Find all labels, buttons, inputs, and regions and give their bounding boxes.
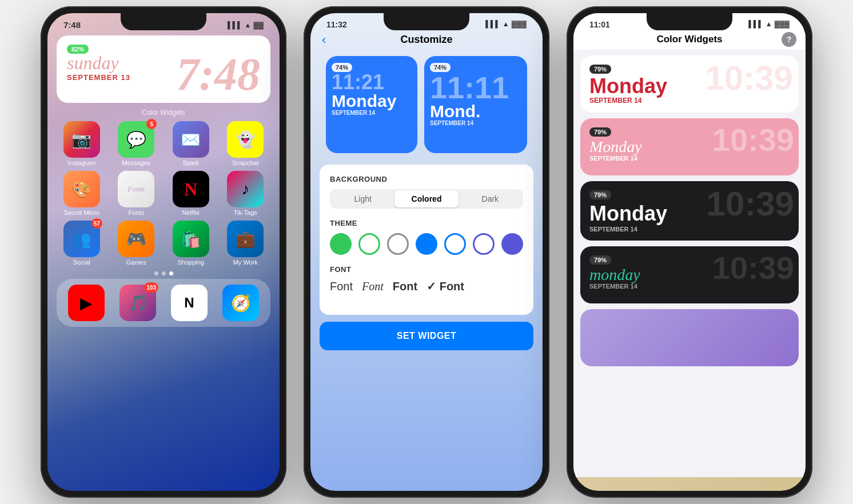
- dot-1: [154, 271, 158, 275]
- status-time-3: 11:01: [589, 20, 610, 29]
- theme-purple-solid[interactable]: [501, 233, 523, 255]
- app-label-social: Social: [73, 259, 90, 266]
- battery-icon: ▓▓: [254, 21, 264, 29]
- app-instagram[interactable]: 📷 Instagram: [57, 121, 107, 166]
- app-label-netflix: Netflix: [182, 209, 200, 216]
- dot-2: [162, 271, 166, 275]
- phone-1: 7:48 ▌▌▌ ▲ ▓▓ 82% sunday SEPTEMBER 13 7:…: [41, 6, 286, 498]
- app-label-secretmenu: Secret Menu: [64, 209, 99, 216]
- wcard-time-bg-4: 10:39: [712, 252, 794, 284]
- app-secretmenu[interactable]: 🎨 Secret Menu: [57, 171, 107, 216]
- wcard-4[interactable]: 79% 10:39 monday SEPTEMBER 14: [580, 246, 799, 303]
- app-grid-row2: 🎨 Secret Menu Fonts Fonts N Netflix ♪ Ti…: [47, 169, 280, 218]
- theme-blue-ring[interactable]: [444, 233, 466, 255]
- app-icon-notion: N: [171, 285, 208, 321]
- font-opt-4[interactable]: ✓ Font: [426, 279, 464, 293]
- theme-label: THEME: [330, 219, 523, 227]
- theme-gray-outline[interactable]: [387, 233, 409, 255]
- app-icon-shopping: 🛍️: [173, 221, 209, 257]
- wcard-2[interactable]: 79% 10:39 Monday SEPTEMBER 14: [580, 118, 799, 175]
- app-icon-messages: 💬 5: [118, 121, 154, 158]
- segment-light[interactable]: Light: [331, 190, 394, 207]
- font-label: FONT: [330, 265, 523, 274]
- social-badge: 57: [91, 218, 102, 229]
- preview-day-1: Monday: [332, 93, 412, 110]
- wcard-battery-4: 79%: [589, 255, 611, 265]
- wcard-battery-3: 79%: [589, 190, 611, 199]
- app-icon-safari: 🧭: [222, 285, 259, 321]
- color-widgets-label: Color Widgets: [47, 109, 280, 117]
- theme-green-outline[interactable]: [358, 233, 380, 255]
- theme-circles: [330, 233, 523, 255]
- app-label-spark: Spark: [182, 159, 199, 166]
- app-icon-tiktags: ♪: [227, 171, 264, 207]
- app-snapchat[interactable]: 👻 Snapchat: [221, 121, 271, 166]
- wifi-icon: ▲: [245, 21, 252, 29]
- app-netflix[interactable]: N Netflix: [166, 171, 216, 216]
- widget-previews: 74% 11:21 Monday SEPTEMBER 14 74% 11:11 …: [310, 50, 543, 165]
- back-button[interactable]: ‹: [322, 33, 326, 47]
- theme-green-solid[interactable]: [330, 233, 352, 255]
- widget-list: 79% 10:39 Monday SEPTEMBER 14 79% 10:39 …: [573, 50, 806, 477]
- status-icons-3: ▌▌▌ ▲ ▓▓▓: [748, 20, 790, 29]
- app-shopping[interactable]: 🛍️ Shopping: [166, 221, 216, 266]
- notch-2: [384, 13, 469, 30]
- battery-icon-2: ▓▓▓: [512, 20, 527, 29]
- app-mywork[interactable]: 💼 My Work: [221, 221, 271, 266]
- widget-date-1: SEPTEMBER 13: [67, 73, 130, 82]
- segment-dark[interactable]: Dark: [459, 190, 522, 207]
- app-icon-youtube: ▶: [68, 285, 105, 321]
- preview-date-2: SEPTEMBER 14: [430, 120, 521, 126]
- dock-youtube[interactable]: ▶: [62, 285, 110, 321]
- font-opt-1[interactable]: Font: [330, 280, 353, 293]
- help-button[interactable]: ?: [782, 32, 796, 47]
- app-messages[interactable]: 💬 5 Messages: [111, 121, 162, 166]
- wcard-time-bg-3: 10:39: [707, 187, 794, 221]
- preview-time-2: 11:11: [430, 72, 521, 103]
- app-icon-music: 🎵 103: [119, 285, 156, 321]
- music-badge: 103: [144, 282, 158, 293]
- app-label-games: Games: [126, 259, 146, 266]
- wcard-1[interactable]: 79% 10:39 Monday SEPTEMBER 14: [580, 55, 799, 113]
- wcard-5-partial[interactable]: [580, 309, 799, 366]
- app-icon-netflix: N: [173, 171, 209, 207]
- widget-preview-1[interactable]: 74% 11:21 Monday SEPTEMBER 14: [326, 56, 417, 153]
- dock-music[interactable]: 🎵 103: [114, 285, 162, 321]
- wcard-battery-2: 79%: [589, 127, 611, 137]
- app-spark[interactable]: ✉️ Spark: [166, 121, 216, 166]
- widget-preview-2[interactable]: 74% 11:11 Mond. SEPTEMBER 14: [424, 56, 527, 153]
- page-dots: [47, 271, 280, 275]
- app-social[interactable]: 👥 57 Social: [57, 221, 107, 266]
- app-icon-mywork: 💼: [227, 221, 264, 257]
- app-label-mywork: My Work: [233, 259, 258, 266]
- app-label-snapchat: Snapchat: [232, 159, 258, 166]
- widget-time-1: 7:48: [176, 54, 260, 95]
- segment-colored[interactable]: Colored: [394, 190, 458, 207]
- notch-1: [121, 13, 206, 30]
- wcard-date-1: SEPTEMBER 14: [589, 97, 790, 105]
- set-widget-button[interactable]: SET WIDGET: [320, 322, 533, 350]
- customize-header: ‹ Customize: [310, 29, 543, 50]
- app-icon-games: 🎮: [118, 221, 154, 257]
- app-icon-instagram: 📷: [63, 121, 100, 158]
- app-games[interactable]: 🎮 Games: [111, 221, 162, 266]
- app-tiktags[interactable]: ♪ Tik-Tags: [221, 171, 271, 216]
- theme-purple-ring[interactable]: [473, 233, 495, 255]
- app-label-messages: Messages: [122, 159, 150, 166]
- font-opt-3[interactable]: Font: [393, 280, 417, 293]
- phone-3: 11:01 ▌▌▌ ▲ ▓▓▓ Color Widgets ? 79% 10:3…: [567, 6, 812, 498]
- customize-title: Customize: [400, 34, 452, 46]
- theme-blue-solid[interactable]: [416, 233, 437, 255]
- app-icon-secretmenu: 🎨: [63, 171, 100, 207]
- dock-safari[interactable]: 🧭: [217, 285, 265, 321]
- background-label: BACKGROUND: [330, 175, 523, 183]
- wcard-3[interactable]: 79% 10:39 Monday SEPTEMBER 14: [580, 181, 799, 241]
- app-icon-spark: ✉️: [173, 121, 209, 158]
- main-widget[interactable]: 82% sunday SEPTEMBER 13 7:48: [57, 35, 270, 103]
- dock-notion[interactable]: N: [165, 285, 213, 321]
- font-opt-2[interactable]: Font: [362, 280, 384, 293]
- preview-date-1: SEPTEMBER 14: [332, 110, 412, 116]
- app-fonts[interactable]: Fonts Fonts: [111, 171, 162, 216]
- wcard-time-bg-1: 10:39: [705, 61, 793, 95]
- preview-day-2: Mond.: [430, 103, 521, 120]
